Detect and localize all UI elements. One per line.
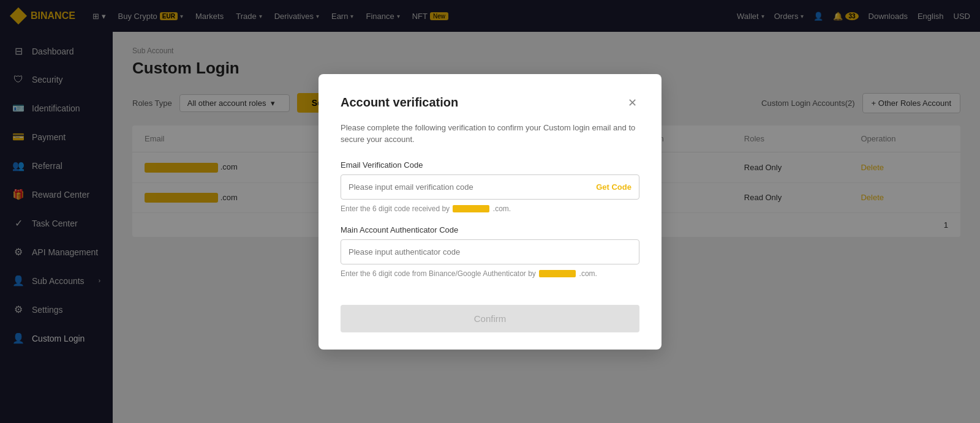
auth-code-input-wrap (341, 239, 639, 264)
auth-email-highlight-mask (539, 270, 576, 277)
modal-description: Please complete the following verificati… (341, 122, 639, 146)
email-code-label: Email Verification Code (341, 160, 639, 170)
email-code-input-wrap: Get Code (341, 174, 639, 200)
modal-overlay: Account verification ✕ Please complete t… (0, 0, 980, 423)
modal-close-button[interactable]: ✕ (625, 94, 639, 112)
auth-code-section: Main Account Authenticator Code Enter th… (341, 225, 639, 278)
modal-header: Account verification ✕ (341, 94, 639, 112)
auth-code-input[interactable] (349, 240, 631, 264)
email-highlight-mask (453, 205, 489, 212)
email-code-hint: Enter the 6 digit code received by .com. (341, 204, 639, 213)
confirm-button[interactable]: Confirm (341, 305, 639, 332)
auth-code-label: Main Account Authenticator Code (341, 225, 639, 234)
modal-title: Account verification (341, 95, 458, 110)
account-verification-modal: Account verification ✕ Please complete t… (318, 74, 662, 350)
email-code-input[interactable] (349, 175, 596, 199)
auth-code-hint: Enter the 6 digit code from Binance/Goog… (341, 269, 639, 278)
get-code-button[interactable]: Get Code (596, 182, 631, 192)
email-code-section: Email Verification Code Get Code Enter t… (341, 160, 639, 213)
